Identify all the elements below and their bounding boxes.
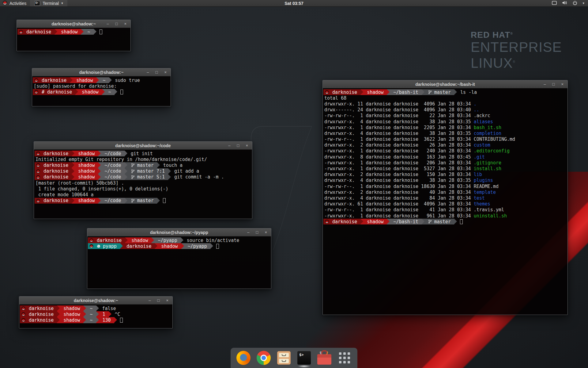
ls-file-name: uninstall.sh xyxy=(474,213,507,219)
window-titlebar[interactable]: darknoise@shadow:~/code–□× xyxy=(34,142,252,150)
close-button[interactable]: × xyxy=(561,82,564,86)
window-titlebar[interactable]: darknoise@shadow:~–□× xyxy=(32,68,171,76)
ls-row-meta: -rwxrwxr-x. 1 darknoise darknoise 961 Ja… xyxy=(324,213,474,219)
prompt-segment-venv: pyapp xyxy=(88,243,120,249)
top-bar: Activities $> Terminal ▾ Sat 03:57 ▾ xyxy=(0,0,588,7)
clock-label[interactable]: Sat 03:57 xyxy=(285,1,303,6)
prompt-segment-host: shadow xyxy=(155,243,181,249)
system-status-area[interactable]: ▾ xyxy=(552,0,588,6)
window-controls: –□× xyxy=(544,82,567,86)
segment-label: master xyxy=(137,198,154,203)
terminal-body[interactable]: darknoiseshadow~falsedarknoiseshadow~1^C… xyxy=(19,305,172,328)
dock-files-button[interactable] xyxy=(277,351,291,365)
segment-label: shadow xyxy=(367,90,383,95)
window-titlebar[interactable]: darknoise@shadow:~–□× xyxy=(17,20,130,28)
prompt-segment-user: darknoise xyxy=(120,243,155,249)
minimize-button[interactable]: – xyxy=(247,230,249,234)
maximize-button[interactable]: □ xyxy=(237,144,239,148)
terminal-body[interactable]: darknoiseshadow~sudo true[sudo] password… xyxy=(32,76,171,106)
minimize-button[interactable]: – xyxy=(228,144,230,148)
output-line: total 68 xyxy=(323,95,567,101)
git-branch-icon xyxy=(131,175,135,179)
volume-icon[interactable] xyxy=(562,1,567,6)
grid-dot xyxy=(339,361,341,363)
close-button[interactable]: × xyxy=(166,298,168,302)
segment-label: 130 xyxy=(103,317,111,323)
close-button[interactable]: × xyxy=(124,22,126,26)
maximize-button[interactable]: □ xyxy=(156,70,158,74)
segment-label: master ?:1 xyxy=(137,168,165,174)
power-icon[interactable] xyxy=(573,1,577,6)
app-menu-terminal[interactable]: $> Terminal ▾ xyxy=(30,0,67,6)
close-button[interactable]: × xyxy=(265,230,267,234)
minimize-button[interactable]: – xyxy=(107,22,109,26)
display-icon[interactable] xyxy=(552,1,557,6)
prompt-line: darknoiseshadow~/codemaster ?:1git add a xyxy=(35,168,252,174)
prompt-segment-host: shadow xyxy=(72,168,98,174)
maximize-button[interactable]: □ xyxy=(256,230,258,234)
maximize-button[interactable]: □ xyxy=(552,82,555,86)
segment-label: ~ xyxy=(108,89,111,95)
prompt-segment-host: shadow xyxy=(72,162,98,168)
maximize-button[interactable]: □ xyxy=(115,22,118,26)
chevron-down-icon: ▾ xyxy=(61,1,63,5)
segment-label: master xyxy=(137,163,154,168)
segment-label: ~/bash-it xyxy=(393,219,418,224)
ls-file-name: aliases xyxy=(474,119,493,125)
segment-label: ~/code xyxy=(104,151,121,156)
toolbox-lid xyxy=(317,354,331,358)
prompt-segment-host: shadow xyxy=(55,29,81,35)
prompt-line: darknoiseshadow~/codemaster S:1git commi… xyxy=(35,174,252,180)
close-button[interactable]: × xyxy=(246,144,248,148)
drawer xyxy=(279,353,289,357)
segment-label: master xyxy=(434,90,451,95)
prompt-segment-host: shadow xyxy=(360,89,387,95)
ls-file-name: test xyxy=(474,195,485,201)
segment-label: shadow xyxy=(78,168,95,174)
git-branch-icon xyxy=(428,90,432,94)
window-titlebar[interactable]: darknoise@shadow:~/bash-it–□× xyxy=(323,80,567,88)
window-titlebar[interactable]: darknoise@shadow:~–□× xyxy=(19,297,172,305)
dock-app-grid-button[interactable] xyxy=(337,351,352,365)
segment-label: shadow xyxy=(61,29,77,35)
dock-chrome-button[interactable] xyxy=(256,351,271,365)
dock-toolbox-button[interactable] xyxy=(317,351,332,365)
minimize-button[interactable]: – xyxy=(149,298,151,302)
typed-command: sudo true xyxy=(115,78,140,83)
output-line: [master (root-commit) 50bcb63] . xyxy=(35,180,252,186)
window-controls: –□× xyxy=(247,230,271,234)
chrome-icon xyxy=(257,351,271,365)
ls-file-name: install.sh xyxy=(474,166,501,171)
segment-label: shadow xyxy=(78,151,95,156)
window-titlebar[interactable]: darknoise@shadow:~/pyapp–□× xyxy=(87,228,271,236)
activities-button[interactable]: Activities xyxy=(0,0,30,6)
window-title: darknoise@shadow:~/pyapp xyxy=(87,230,271,235)
segment-label: shadow xyxy=(161,243,178,249)
prompt-segment-host: shadow xyxy=(75,89,102,95)
prompt-line: darknoiseshadow~/codegit init xyxy=(35,151,252,156)
ls-file-name: themes xyxy=(474,201,490,207)
segment-label: darknoise xyxy=(97,238,122,243)
minimize-button[interactable]: – xyxy=(544,82,546,86)
prompt-line: darknoiseshadow~1^C xyxy=(20,311,172,317)
dock-terminal-button[interactable]: $> xyxy=(297,351,311,365)
grid-dot xyxy=(343,352,346,355)
output-line: 1 file changed, 0 insertions(+), 0 delet… xyxy=(35,186,252,192)
minimize-button[interactable]: – xyxy=(147,70,149,74)
dock-firefox-button[interactable] xyxy=(236,351,251,365)
drawer xyxy=(279,359,289,363)
terminal-body[interactable]: darknoiseshadow~/pyappsource bin/activat… xyxy=(87,236,271,289)
terminal-body[interactable]: darknoiseshadow~/codegit initInitialized… xyxy=(34,150,252,219)
git-branch-icon xyxy=(131,169,135,173)
prompt-line: darknoiseshadow~/codemastertouch a xyxy=(35,162,252,168)
window-controls: –□× xyxy=(149,298,172,302)
prompt-segment-host: shadow xyxy=(57,305,83,311)
chevron-down-icon[interactable]: ▾ xyxy=(582,1,584,5)
ls-row-meta: drwxrwxr-x. 2 darknoise darknoise 150 Ja… xyxy=(324,172,474,177)
close-button[interactable]: × xyxy=(164,70,167,74)
segment-label: shadow xyxy=(78,174,95,180)
ls-file-name: README.md xyxy=(474,184,499,189)
maximize-button[interactable]: □ xyxy=(157,298,160,302)
terminal-body[interactable]: darknoiseshadow~/bash-itmasterls -latota… xyxy=(323,88,567,315)
terminal-body[interactable]: darknoiseshadow~ xyxy=(17,28,130,51)
